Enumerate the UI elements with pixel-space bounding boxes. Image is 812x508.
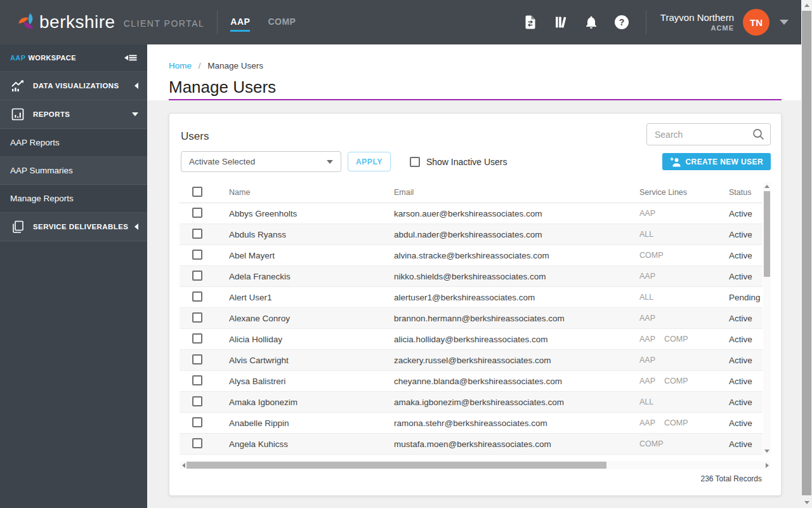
notifications-bell-icon[interactable] <box>584 15 599 30</box>
table-horizontal-scrollbar[interactable] <box>180 461 771 469</box>
table-vertical-scrollbar[interactable] <box>763 182 771 455</box>
table-row[interactable]: Anabelle Rippin ramona.stehr@berkshireas… <box>180 413 763 434</box>
scroll-up-arrow-icon[interactable] <box>801 0 812 11</box>
user-email-cell: ramona.stehr@berkshireassociates.com <box>394 418 639 428</box>
avatar[interactable]: TN <box>743 9 769 36</box>
panel-title: Users <box>181 130 209 143</box>
row-checkbox[interactable] <box>192 271 202 281</box>
table-row[interactable]: Abel Mayert alvina.stracke@berkshireasso… <box>180 245 763 266</box>
scroll-down-arrow-icon[interactable] <box>801 497 812 508</box>
sidebar-subitem[interactable]: AAP Reports <box>0 129 147 157</box>
scroll-up-arrow-icon[interactable] <box>763 182 771 190</box>
user-email-cell: amaka.igbonezim@berkshireassociates.com <box>394 398 639 407</box>
library-books-icon[interactable] <box>553 15 568 30</box>
breadcrumb-home-link[interactable]: Home <box>169 61 192 70</box>
user-status-cell: Active <box>729 418 763 428</box>
user-service-lines-cell: ALL <box>639 293 729 302</box>
tab-comp[interactable]: COMP <box>268 13 296 32</box>
user-name-cell: Abel Mayert <box>229 251 394 260</box>
user-name-cell: Amaka Igbonezim <box>229 398 394 407</box>
row-checkbox[interactable] <box>192 396 202 406</box>
table-row[interactable]: Alvis Cartwright zackery.russel@berkshir… <box>180 350 763 371</box>
row-checkbox[interactable] <box>192 312 202 323</box>
top-header: berkshire CLIENT PORTAL AAP COMP <box>0 0 801 44</box>
brand: berkshire CLIENT PORTAL <box>0 11 204 34</box>
user-service-lines-cell: COMP <box>639 251 729 260</box>
user-name-cell: Alert User1 <box>229 293 394 302</box>
table-row[interactable]: Amaka Igbonezim amaka.igbonezim@berkshir… <box>180 392 763 413</box>
row-checkbox[interactable] <box>192 229 202 239</box>
user-email-cell: alertuser1@berkshireassociates.com <box>394 293 639 302</box>
user-email-cell: brannon.hermann@berkshireassociates.com <box>394 314 639 323</box>
stacked-docs-icon <box>10 219 25 234</box>
table-row[interactable]: Alert User1 alertuser1@berkshireassociat… <box>180 287 763 308</box>
column-header-status[interactable]: Status <box>729 188 763 197</box>
page-scroll-thumb[interactable] <box>802 11 811 495</box>
service-line-tag: COMP <box>664 418 688 427</box>
row-checkbox[interactable] <box>192 438 202 448</box>
table-row[interactable]: Alysa Balistreri cheyanne.blanda@berkshi… <box>180 371 763 392</box>
sidebar-item-data-visualizations[interactable]: DATA VISUALIZATIONS <box>0 72 147 100</box>
page-scrollbar[interactable] <box>801 0 812 508</box>
user-status-cell: Active <box>729 272 763 281</box>
column-header-name[interactable]: Name <box>229 188 394 197</box>
apply-button[interactable]: APPLY <box>348 152 391 171</box>
help-icon[interactable]: ? <box>614 15 629 30</box>
user-status-cell: Active <box>729 356 763 365</box>
scroll-right-arrow-icon[interactable] <box>763 461 771 469</box>
berkshire-pinwheel-logo-icon <box>18 11 37 34</box>
table-row[interactable]: Angela Kuhicss mustafa.moen@berkshireass… <box>180 434 763 455</box>
column-header-email[interactable]: Email <box>394 188 639 197</box>
table-row[interactable]: Alexane Conroy brannon.hermann@berkshire… <box>180 308 763 329</box>
table-row[interactable]: Alicia Holliday alicia.holliday@berkshir… <box>180 329 763 350</box>
bulk-action-select[interactable]: Activate Selected <box>181 151 341 172</box>
scroll-down-arrow-icon[interactable] <box>763 447 771 455</box>
user-name-cell: Abduls Ryanss <box>229 230 394 239</box>
row-checkbox[interactable] <box>192 208 202 218</box>
user-email-cell: cheyanne.blanda@berkshireassociates.com <box>394 377 639 386</box>
user-status-cell: Active <box>729 209 763 218</box>
sidebar-item-label: SERVICE DELIVERABLES <box>33 223 128 231</box>
breadcrumb: Home / Manage Users <box>169 61 263 70</box>
file-transfer-icon[interactable] <box>523 15 538 30</box>
table-row[interactable]: Abduls Ryanss abdul.nader@berkshireassoc… <box>180 224 763 245</box>
row-checkbox[interactable] <box>192 417 202 427</box>
show-inactive-toggle: Show Inactive Users <box>410 157 508 167</box>
breadcrumb-separator: / <box>199 61 201 70</box>
page-header-band: Home / Manage Users Manage Users <box>147 44 801 100</box>
table-row[interactable]: Adela Franeckis nikko.shields@berkshirea… <box>180 266 763 287</box>
table-row[interactable]: Abbys Greenholts karson.auer@berkshireas… <box>180 203 763 224</box>
show-inactive-checkbox[interactable] <box>410 157 420 167</box>
users-panel: Users Activate Selected APPLY Show Inac <box>169 113 782 496</box>
horizontal-scroll-thumb[interactable] <box>187 462 606 469</box>
service-line-tag: AAP <box>639 418 655 427</box>
vertical-scroll-thumb[interactable] <box>764 191 770 277</box>
user-email-cell: alicia.holliday@berkshireassociates.com <box>394 335 639 344</box>
user-email-cell: karson.auer@berkshireassociates.com <box>394 209 639 218</box>
sidebar-item-service-deliverables[interactable]: SERVICE DELIVERABLES <box>0 213 147 241</box>
row-checkbox[interactable] <box>192 333 202 344</box>
service-line-tabs: AAP COMP <box>230 13 296 32</box>
create-new-user-button[interactable]: CREATE NEW USER <box>662 153 771 170</box>
user-email-cell: zackery.russel@berkshireassociates.com <box>394 356 639 365</box>
row-checkbox[interactable] <box>192 250 202 260</box>
sidebar-subitem[interactable]: AAP Summaries <box>0 157 147 185</box>
workspace-prefix: AAP <box>10 54 25 62</box>
row-checkbox[interactable] <box>192 375 202 385</box>
panel-header: Users <box>169 114 781 145</box>
user-menu-caret-icon[interactable] <box>780 20 789 25</box>
search-icon[interactable] <box>752 128 765 144</box>
user-name-cell: Alysa Balistreri <box>229 377 394 386</box>
sidebar-item-reports[interactable]: REPORTS <box>0 100 147 129</box>
column-header-service-lines[interactable]: Service Lines <box>639 188 729 197</box>
chevron-left-icon <box>134 224 138 230</box>
row-checkbox[interactable] <box>192 354 202 364</box>
service-line-tag: COMP <box>664 377 688 385</box>
user-name-cell: Angela Kuhicss <box>229 439 394 449</box>
user-name-cell: Alvis Cartwright <box>229 356 394 365</box>
row-checkbox[interactable] <box>192 291 202 302</box>
sidebar-subitem[interactable]: Manage Reports <box>0 185 147 213</box>
collapse-sidebar-icon[interactable] <box>123 53 138 63</box>
tab-aap[interactable]: AAP <box>230 13 250 32</box>
select-all-checkbox[interactable] <box>192 187 202 197</box>
